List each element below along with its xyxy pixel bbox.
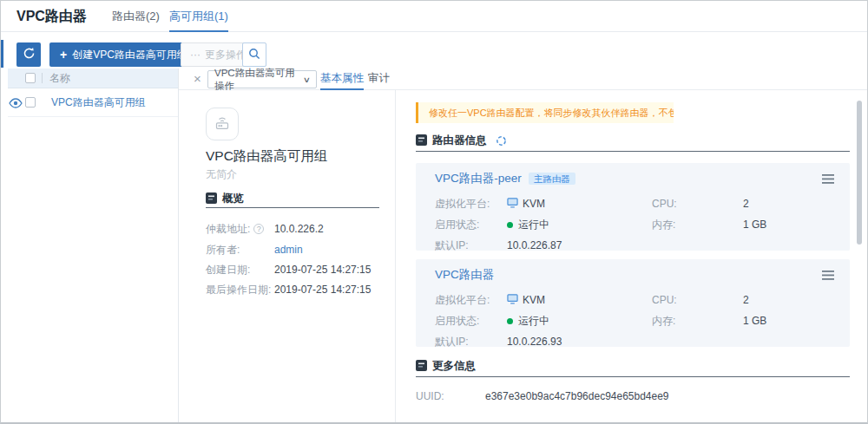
status-dot-icon [507, 222, 513, 228]
field-label: 内存: [652, 315, 675, 327]
field-value: 2019-07-25 14:27:15 [274, 284, 371, 296]
section-divider [206, 207, 379, 208]
chevron-down-icon: ∨ [303, 75, 311, 84]
section-divider [416, 376, 850, 377]
field-label: CPU: [652, 294, 677, 306]
router-info-section-label: 路由器信息 [432, 134, 487, 148]
list-item[interactable]: VPC路由器高可用组 [8, 88, 178, 117]
vpc-router-page: VPC路由器 路由器(2) 高可用组(1) + 创建VPC路由器高可用组 ···… [0, 0, 868, 424]
help-icon[interactable]: ? [253, 224, 264, 234]
close-icon[interactable]: × [194, 69, 201, 88]
page-header: VPC路由器 路由器(2) 高可用组(1) [1, 1, 867, 32]
refresh-button[interactable] [16, 42, 41, 67]
eye-icon[interactable] [9, 96, 23, 112]
select-all-checkbox[interactable] [25, 73, 36, 83]
field-value: 10.0.226.2 [274, 223, 324, 235]
hypervisor-value: KVM [507, 294, 545, 306]
section-refresh-icon[interactable] [496, 135, 507, 147]
search-icon [248, 48, 260, 62]
search-button[interactable] [242, 42, 266, 67]
router-name-link[interactable]: VPC路由器-peer [435, 171, 522, 186]
memory-value: 1 GB [743, 315, 766, 327]
cpu-value: 2 [743, 294, 749, 306]
tab-audit[interactable]: 审计 [368, 68, 390, 90]
owner-link[interactable]: admin [274, 244, 303, 256]
column-divider [42, 73, 43, 83]
field-label: 最后操作日期: [206, 284, 271, 296]
tab-routers[interactable]: 路由器(2) [112, 1, 160, 32]
ha-group-avatar [206, 108, 239, 140]
router-name-link[interactable]: VPC路由器 [435, 267, 494, 283]
field-label: CPU: [652, 198, 677, 210]
create-ha-group-label: 创建VPC路由器高可用组 [72, 48, 187, 62]
ha-group-name-link[interactable]: VPC路由器高可用组 [51, 88, 146, 117]
scrollbar-thumb[interactable] [857, 101, 862, 245]
section-divider [416, 151, 850, 152]
field-label: 虚拟化平台: [435, 294, 490, 306]
router-info-section-icon [416, 134, 427, 148]
more-info-section-label: 更多信息 [432, 359, 476, 374]
status-dot-icon [507, 318, 513, 324]
card-menu-icon[interactable] [822, 268, 834, 284]
hypervisor-value: KVM [507, 198, 545, 210]
field-value: 2019-07-25 14:27:15 [274, 264, 371, 276]
cpu-value: 2 [743, 198, 749, 210]
warning-banner: 修改任一VPC路由器配置，将同步修改其伙伴路由器，不包括启动/停止/删除等独立操… [416, 102, 674, 123]
router-icon [211, 111, 233, 137]
field-label: 启用状态: [435, 219, 479, 231]
left-edge-accent [1, 40, 3, 68]
ellipsis-icon: ··· [190, 49, 201, 61]
page-title: VPC路由器 [16, 1, 87, 32]
actions-dropdown[interactable]: VPC路由器高可用操作 ∨ [207, 70, 317, 88]
default-ip-value: 10.0.226.93 [507, 336, 562, 348]
more-info-section-icon [416, 360, 427, 374]
uuid-label: UUID: [416, 390, 444, 402]
uuid-value: e367e3e0b9ac4c7b96dec94e65bd4ee9 [485, 390, 669, 402]
field-label: 仲裁地址: [206, 223, 250, 235]
row-checkbox[interactable] [25, 97, 36, 108]
detail-title: VPC路由器高可用组 [206, 147, 327, 166]
field-label: 默认IP: [435, 336, 469, 348]
field-label: 所有者: [206, 244, 240, 256]
detail-subtitle: 无简介 [206, 167, 237, 182]
field-label: 创建日期: [206, 264, 250, 276]
router-card-peer: VPC路由器-peer 主路由器 虚拟化平台: KVM CPU: 2 启用状态:… [416, 163, 850, 251]
more-actions-label: 更多操作 [205, 48, 247, 62]
status-badge: 运行中 [507, 219, 549, 231]
memory-value: 1 GB [743, 219, 766, 231]
detail-summary-column: VPC路由器高可用组 无简介 概览 仲裁地址:? 10.0.226.2 所有者:… [179, 90, 396, 422]
default-ip-value: 10.0.226.87 [507, 239, 562, 251]
field-label: 内存: [652, 219, 675, 231]
kvm-icon [507, 294, 518, 307]
overview-section-header: 概览 [206, 192, 244, 206]
primary-router-badge: 主路由器 [529, 173, 575, 186]
field-label: 默认IP: [435, 239, 469, 251]
refresh-icon [23, 47, 36, 62]
router-info-section-header: 路由器信息 [416, 134, 507, 148]
router-card: VPC路由器 虚拟化平台: KVM CPU: 2 启用状态: 运行中 内存: 1… [416, 259, 850, 347]
card-menu-icon[interactable] [822, 172, 834, 187]
more-info-section-header: 更多信息 [416, 359, 476, 374]
name-column-header: 名称 [49, 68, 70, 88]
plus-icon: + [60, 49, 67, 61]
list-header-row: 名称 [8, 68, 178, 88]
ha-group-list-panel: 名称 VPC路由器高可用组 [8, 68, 179, 422]
actions-dropdown-label: VPC路由器高可用操作 [214, 67, 304, 93]
detail-header: × VPC路由器高可用操作 ∨ 基本属性 审计 [179, 68, 867, 90]
field-label: 虚拟化平台: [435, 198, 490, 210]
tab-ha-groups[interactable]: 高可用组(1) [169, 1, 228, 32]
field-label: 启用状态: [435, 315, 479, 327]
overview-section-label: 概览 [222, 192, 244, 206]
create-ha-group-button[interactable]: + 创建VPC路由器高可用组 [49, 42, 198, 67]
tab-basic-properties[interactable]: 基本属性 [320, 68, 364, 90]
kvm-icon [507, 198, 518, 211]
overview-section-icon [206, 192, 217, 206]
status-badge: 运行中 [507, 315, 549, 327]
